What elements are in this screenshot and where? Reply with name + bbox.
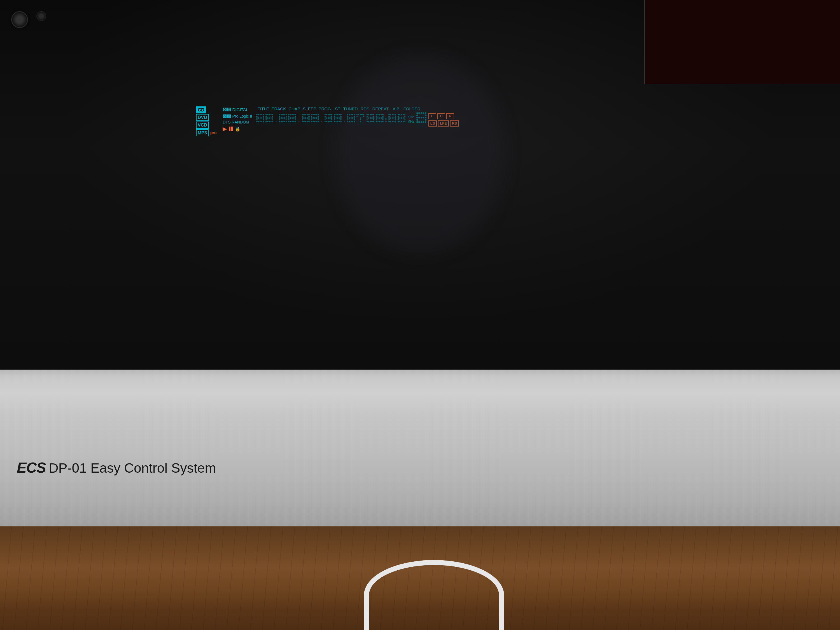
dd-icon-1: ⊠⊠: [223, 106, 231, 112]
digit-group-sleep: [324, 114, 342, 126]
dm-digit-13: [388, 114, 396, 126]
digit-group-track: [279, 114, 296, 126]
digital-label: DIGITAL: [232, 107, 248, 112]
brand-text: ECS DP-01 Easy Control System: [17, 459, 216, 476]
dm-digit-14: [397, 114, 406, 126]
dd-icon-2: ⊠⊠: [223, 113, 231, 119]
prologic-label: Pro Logic II: [232, 114, 252, 118]
digital-row: ⊠⊠ DIGITAL: [223, 106, 252, 112]
dm-digit-5: [302, 114, 310, 126]
dvd-label: DVD: [196, 114, 209, 121]
source-dvd: DVD: [196, 114, 216, 121]
digit-group-title: [256, 114, 273, 126]
st-label: ST: [334, 106, 341, 111]
device-display: CD DVD VCD MP3 pro ⊠⊠ DIGITAL: [196, 106, 840, 136]
lock-icon: 🔒: [235, 126, 240, 132]
title-label: TITLE: [257, 106, 269, 111]
dm-digit-6: [311, 114, 319, 126]
speaker-dot-2: [36, 11, 46, 21]
sep-1: .: [275, 116, 277, 123]
black-panel: CD DVD VCD MP3 pro ⊠⊠ DIGITAL: [0, 0, 840, 369]
source-mp3: MP3 pro: [196, 129, 216, 136]
white-cable: [364, 560, 504, 630]
dm-digit-2: [265, 114, 273, 126]
chap-label: CHAP: [288, 106, 300, 111]
track-label: TRACK: [272, 106, 286, 111]
source-mode-labels: CD DVD VCD MP3 pro: [196, 106, 216, 136]
sep-4: .: [344, 116, 345, 123]
digit-group-chap: [302, 114, 319, 126]
dts-row: DTS RANDOM: [223, 120, 252, 124]
mp3-label: MP3: [196, 129, 208, 136]
play-icon: ▶: [223, 125, 227, 132]
dm-digit-4: [288, 114, 296, 126]
prog-label: PROG.: [319, 106, 332, 111]
vcd-label: VCD: [196, 122, 209, 128]
sep-3: .: [321, 116, 322, 123]
play-controls: ▶ 🔒: [223, 125, 252, 132]
dm-digit-3: [279, 114, 287, 126]
brand-ecs: ECS: [17, 459, 46, 476]
pro-badge: pro: [210, 131, 217, 135]
prologic-row: ⊠⊠ Pro Logic II: [223, 113, 252, 119]
source-vcd: VCD: [196, 122, 216, 128]
panel-reflection: [336, 56, 504, 252]
dm-digit-7: [324, 114, 333, 126]
brand-model: DP-01 Easy Control System: [49, 460, 216, 476]
audio-format-labels: ⊠⊠ DIGITAL ⊠⊠ Pro Logic II DTS RANDOM ▶: [223, 106, 252, 132]
floor-area: [0, 526, 840, 630]
source-cd: CD: [196, 106, 216, 114]
pause-icon: [229, 126, 233, 131]
cd-label: CD: [196, 106, 206, 114]
dark-box-right: [644, 0, 840, 84]
time-colon: :: [385, 116, 387, 124]
dm-digit-8: [333, 114, 342, 126]
silver-panel: ECS DP-01 Easy Control System: [0, 369, 840, 526]
sleep-label: SLEEP: [303, 106, 316, 111]
dts-label: DTS RANDOM: [223, 120, 249, 124]
dm-digit-1: [256, 114, 264, 126]
sep-2: .: [298, 116, 300, 123]
speaker-dot-1: [11, 11, 28, 28]
